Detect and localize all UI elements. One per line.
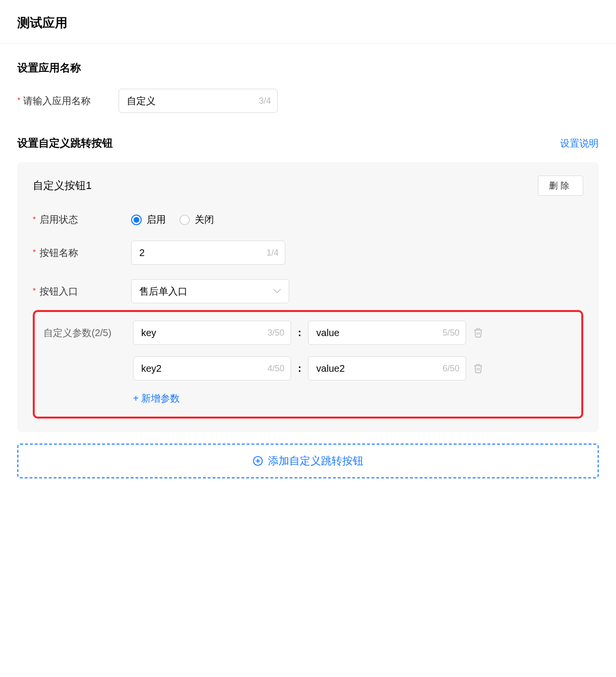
param-value-input-1[interactable] bbox=[308, 321, 466, 345]
required-mark: * bbox=[17, 96, 20, 105]
button-entry-value: 售后单入口 bbox=[139, 285, 187, 298]
radio-enable[interactable]: 启用 bbox=[131, 213, 166, 226]
required-mark: * bbox=[33, 248, 36, 257]
button-name-label-text: 按钮名称 bbox=[40, 246, 78, 259]
custom-buttons-header: 设置自定义跳转按钮 设置说明 bbox=[17, 136, 599, 150]
required-mark: * bbox=[33, 287, 36, 296]
button-entry-label-text: 按钮入口 bbox=[40, 285, 78, 298]
button-entry-select[interactable]: 售后单入口 bbox=[131, 279, 289, 303]
app-name-heading: 设置应用名称 bbox=[17, 61, 599, 75]
app-name-field: * 请输入应用名称 3/4 bbox=[17, 89, 599, 113]
radio-circle-checked bbox=[131, 215, 142, 225]
param-inputs-1: 3/50 : 5/50 bbox=[133, 321, 483, 345]
colon-separator: : bbox=[298, 326, 301, 339]
params-row-2: 4/50 : 6/50 bbox=[40, 356, 576, 380]
chevron-down-icon bbox=[273, 287, 281, 295]
params-row-1: 自定义参数(2/5) 3/50 : 5/50 bbox=[40, 321, 576, 345]
enable-radio-group: 启用 关闭 bbox=[131, 213, 214, 226]
enable-status-label: * 启用状态 bbox=[33, 213, 131, 226]
app-name-label-text: 请输入应用名称 bbox=[23, 95, 91, 108]
required-mark: * bbox=[33, 216, 36, 224]
trash-icon[interactable] bbox=[473, 327, 483, 338]
radio-disable-label: 关闭 bbox=[195, 213, 214, 226]
custom-params-highlight: 自定义参数(2/5) 3/50 : 5/50 bbox=[33, 310, 583, 419]
content-area: 设置应用名称 * 请输入应用名称 3/4 设置自定义跳转按钮 设置说明 自定义按… bbox=[0, 43, 616, 478]
page-header: 测试应用 bbox=[0, 0, 616, 43]
params-label: 自定义参数(2/5) bbox=[40, 326, 133, 339]
button-name-input-wrapper: 1/4 bbox=[131, 241, 285, 265]
enable-status-label-text: 启用状态 bbox=[40, 213, 78, 226]
enable-status-field: * 启用状态 启用 关闭 bbox=[33, 213, 583, 226]
button-name-label: * 按钮名称 bbox=[33, 246, 131, 259]
panel-1-header: 自定义按钮1 删除 bbox=[33, 176, 583, 196]
page-title: 测试应用 bbox=[17, 14, 599, 31]
plus-circle-icon bbox=[253, 456, 263, 466]
settings-help-link[interactable]: 设置说明 bbox=[560, 137, 599, 150]
param-key-input-1[interactable] bbox=[133, 321, 291, 345]
add-param-link[interactable]: + 新增参数 bbox=[133, 392, 576, 405]
param-value-input-2[interactable] bbox=[308, 356, 466, 380]
custom-button-panel-1: 自定义按钮1 删除 * 启用状态 启用 关闭 * 按钮 bbox=[17, 162, 599, 432]
app-name-input[interactable] bbox=[119, 89, 278, 113]
button-entry-label: * 按钮入口 bbox=[33, 285, 131, 298]
add-custom-button[interactable]: 添加自定义跳转按钮 bbox=[17, 444, 599, 478]
param-key-input-2[interactable] bbox=[133, 356, 291, 380]
radio-enable-label: 启用 bbox=[147, 213, 166, 226]
panel-1-title: 自定义按钮1 bbox=[33, 178, 92, 193]
radio-disable[interactable]: 关闭 bbox=[179, 213, 214, 226]
colon-separator: : bbox=[298, 362, 301, 375]
button-name-input[interactable] bbox=[131, 241, 285, 265]
param-inputs-2: 4/50 : 6/50 bbox=[133, 356, 483, 380]
app-name-label: * 请输入应用名称 bbox=[17, 95, 119, 108]
trash-icon[interactable] bbox=[473, 363, 483, 374]
custom-buttons-heading: 设置自定义跳转按钮 bbox=[17, 136, 113, 150]
delete-button[interactable]: 删除 bbox=[538, 176, 583, 196]
button-name-field: * 按钮名称 1/4 bbox=[33, 241, 583, 265]
button-entry-field: * 按钮入口 售后单入口 bbox=[33, 279, 583, 303]
add-button-label: 添加自定义跳转按钮 bbox=[268, 454, 363, 468]
radio-circle-unchecked bbox=[179, 215, 190, 225]
app-name-input-wrapper: 3/4 bbox=[119, 89, 278, 113]
